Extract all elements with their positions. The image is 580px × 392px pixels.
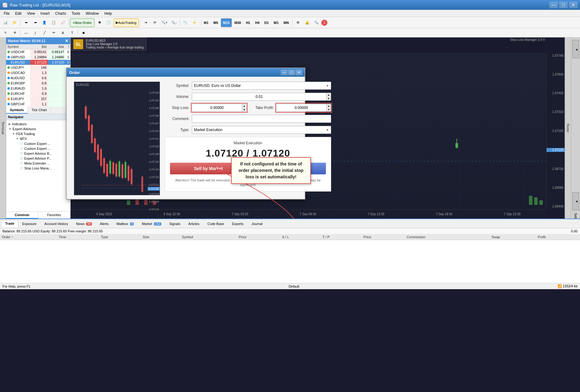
- th-price[interactable]: Price: [237, 234, 280, 240]
- menu-file[interactable]: File: [1, 11, 12, 16]
- toolbar-alerts[interactable]: 🔔: [303, 18, 311, 27]
- take-profit-input[interactable]: [276, 104, 326, 112]
- nav-indicators[interactable]: ▶ Indicators: [7, 122, 69, 126]
- menu-insert[interactable]: Insert: [38, 11, 52, 16]
- toolbar-profile[interactable]: 👤: [40, 18, 49, 27]
- stop-loss-down[interactable]: ▼: [242, 108, 246, 111]
- th-commission[interactable]: Commission: [405, 234, 490, 240]
- toolbar-forward[interactable]: ➡: [31, 18, 40, 27]
- mw-row-audusd[interactable]: AUDUSD 0.6: [6, 76, 70, 81]
- tf-h1[interactable]: H1: [244, 18, 252, 27]
- toolbar-search[interactable]: 🔍: [312, 18, 321, 27]
- mw-row-usdchf[interactable]: USDCHF 0.89141 0.89147 6: [6, 49, 70, 55]
- tab-articles[interactable]: Articles: [184, 220, 203, 227]
- close-button[interactable]: ✕: [569, 2, 578, 8]
- menu-help[interactable]: Help: [102, 11, 114, 16]
- tf-mn[interactable]: MN: [281, 18, 291, 27]
- draw-vline[interactable]: |: [31, 29, 40, 37]
- volume-down[interactable]: ▼: [327, 97, 331, 100]
- mw-row-gbpchf[interactable]: GBPCHF 1.1: [6, 102, 70, 107]
- tab-tick-chart[interactable]: Tick Chart: [28, 107, 51, 114]
- draw-trendline[interactable]: ╱: [40, 29, 49, 37]
- minimize-button[interactable]: —: [549, 2, 558, 8]
- toolbar-zoom-in[interactable]: 🔍+: [160, 18, 169, 27]
- toolbar-cancel[interactable]: ✖: [95, 18, 104, 27]
- tf-w1[interactable]: W1: [272, 18, 281, 27]
- toolbar-more[interactable]: ⚙: [294, 18, 302, 27]
- tab-alerts[interactable]: Alerts: [96, 220, 113, 227]
- nav-custom-expert-1[interactable]: 📄 Custom Expert ...: [7, 141, 69, 146]
- right-scroll-up[interactable]: ▲: [572, 40, 579, 58]
- tab-trade[interactable]: Trade: [1, 220, 18, 227]
- menu-view[interactable]: View: [25, 11, 37, 16]
- th-symbol[interactable]: Symbol: [180, 234, 237, 240]
- terminal-panel[interactable]: Terminal: [0, 37, 6, 219]
- symbol-combo[interactable]: EURUSD, Euro vs US Dollar ▼: [192, 82, 331, 90]
- th-price2[interactable]: Price: [362, 234, 405, 240]
- tab-experts[interactable]: Experts: [228, 220, 247, 227]
- mw-row-gbpusd[interactable]: GBPUSD 1.24884 1.24886 2: [6, 55, 70, 60]
- nav-mt4[interactable]: ▼ MT4: [7, 136, 69, 141]
- toolbar-autoscroll[interactable]: ⟳: [151, 18, 159, 27]
- tab-news[interactable]: News 99: [72, 220, 96, 227]
- tf-m1[interactable]: M1: [202, 18, 211, 27]
- th-order[interactable]: Order ↑: [0, 234, 57, 240]
- mw-row-eurjpy[interactable]: EURJPY 157: [6, 96, 70, 102]
- toolbar-back[interactable]: ⬅: [22, 18, 30, 27]
- right-scroll-down[interactable]: ▼: [572, 192, 579, 211]
- tab-symbols[interactable]: Symbols: [6, 107, 28, 114]
- menu-window[interactable]: Window: [83, 11, 101, 16]
- take-profit-down[interactable]: ▼: [327, 108, 331, 111]
- new-order-button[interactable]: + New Order: [70, 18, 95, 27]
- volume-input[interactable]: [192, 93, 326, 101]
- toolbar-chart-shift[interactable]: ⇥: [141, 18, 150, 27]
- mw-row-eurusd[interactable]: EURUSD 1.07120 1.07120 0: [6, 60, 70, 65]
- th-tp[interactable]: T / P: [321, 234, 362, 240]
- stop-loss-up[interactable]: ▲: [242, 104, 246, 108]
- draw-label[interactable]: T: [68, 29, 76, 37]
- nav-tab-common[interactable]: Common: [6, 212, 38, 219]
- mw-row-eurgbp[interactable]: EURGBP 0.8: [6, 81, 70, 86]
- th-sl[interactable]: S / L: [280, 234, 321, 240]
- type-combo[interactable]: Market Execution ▼: [192, 126, 331, 134]
- volume-up[interactable]: ▲: [327, 93, 331, 97]
- toolbar-zoom-out[interactable]: 🔍-: [170, 18, 178, 27]
- comment-input[interactable]: [192, 115, 331, 123]
- tf-d1[interactable]: D1: [262, 18, 271, 27]
- menu-edit[interactable]: Edit: [13, 11, 24, 16]
- stop-loss-input[interactable]: [192, 104, 242, 112]
- tab-account-history[interactable]: Account History: [41, 220, 72, 227]
- mw-row-usdcad[interactable]: USDCAD 1.3: [6, 70, 70, 76]
- th-type[interactable]: Type: [99, 234, 141, 240]
- draw-hline[interactable]: —: [22, 29, 30, 37]
- tf-m30[interactable]: M30: [232, 18, 243, 27]
- tester-panel[interactable]: Tester: [565, 37, 571, 219]
- menu-charts[interactable]: Charts: [53, 11, 68, 16]
- toolbar-open[interactable]: 📁: [10, 18, 19, 27]
- draw-pencil[interactable]: ✏: [49, 29, 58, 37]
- nav-ea-p[interactable]: 📄 Expert Advisor P...: [7, 156, 69, 161]
- mw-row-usdjpy[interactable]: USDJPY 146: [6, 65, 70, 70]
- take-profit-up[interactable]: ▲: [327, 104, 331, 108]
- toolbar-periods[interactable]: 📈: [59, 18, 67, 27]
- toolbar-period-sep[interactable]: ⚡: [190, 18, 199, 27]
- draw-crosshair[interactable]: ✛: [10, 29, 19, 37]
- mw-row-eurchf[interactable]: EURCHF 0.9: [6, 91, 70, 96]
- dialog-title-bar[interactable]: Order — □ ✕: [67, 68, 305, 77]
- toolbar-history[interactable]: 🕐: [104, 18, 113, 27]
- dialog-maximize-btn[interactable]: □: [288, 70, 295, 75]
- tab-signals[interactable]: Signals: [165, 220, 184, 227]
- tf-m5[interactable]: M5: [211, 18, 220, 27]
- toolbar-indicators[interactable]: 📉: [181, 18, 190, 27]
- mw-row-euraud[interactable]: EURAUD 1.6: [6, 86, 70, 91]
- nav-tab-favorites[interactable]: Favorites: [38, 212, 71, 219]
- nav-meta-extender[interactable]: 📄 Meta Extender ...: [7, 161, 69, 166]
- nav-fea-trading[interactable]: ▼ FEA Trading: [7, 131, 69, 136]
- tf-h4[interactable]: H4: [253, 18, 261, 27]
- toolbar-template[interactable]: 📋: [49, 18, 58, 27]
- th-time[interactable]: Time: [57, 234, 99, 240]
- toolbar-new-chart[interactable]: 📊: [1, 18, 10, 27]
- toolbar-notification[interactable]: 1: [321, 20, 327, 26]
- nav-ea-b[interactable]: 📄 Expert Advisor B...: [7, 151, 69, 156]
- nav-custom-expert-2[interactable]: 📄 Custom Expert ...: [7, 146, 69, 151]
